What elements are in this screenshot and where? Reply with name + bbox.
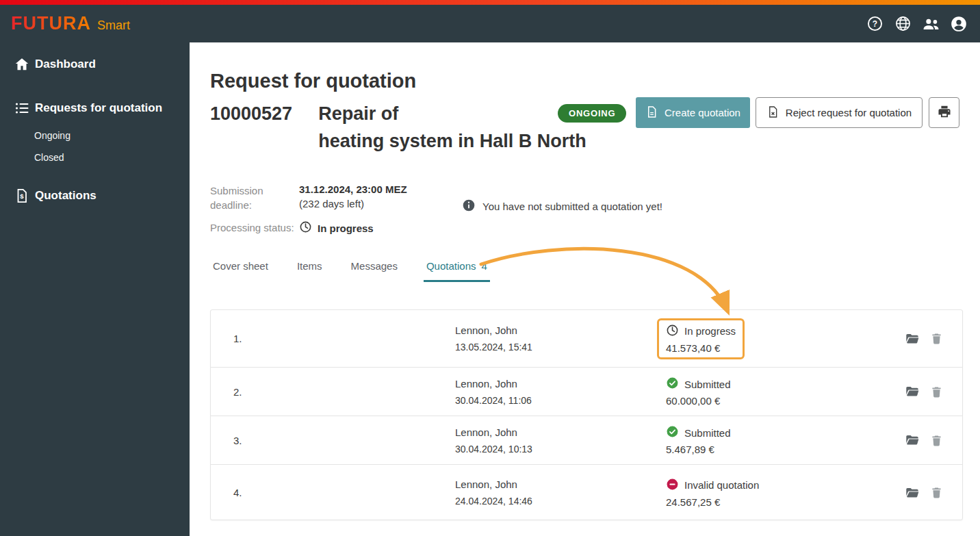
processing-status-value-block: In progress [299,220,374,235]
create-quotation-button[interactable]: Create quotation [636,97,750,128]
sidebar-item-label: Quotations [35,189,96,203]
quotation-author: Lennon, John [455,478,666,490]
print-button[interactable] [929,97,959,128]
tab-quotations-count: 4 [481,260,487,272]
brand-color-strip [0,0,980,5]
quotation-actions [904,384,943,399]
quotation-author: Lennon, John [455,324,666,336]
quotation-status-cell: Submitted 60.000,00 € [666,371,844,412]
quotation-status: In progress [684,325,736,337]
quotation-actions [904,331,943,346]
quotation-amount: 41.573,40 € [666,342,736,354]
quotation-index: 1. [211,333,455,344]
printer-icon [937,104,952,121]
svg-text:?: ? [872,19,877,29]
meta-block: Submission deadline: 31.12.2024, 23:00 M… [210,183,470,244]
quotation-actions [904,485,943,500]
quotation-actions [904,433,943,448]
sidebar-item-dashboard[interactable]: Dashboard [0,48,190,81]
quotation-status-cell: Invalid quotation 24.567,25 € [666,472,844,513]
delete-icon[interactable] [930,485,943,500]
status-badge: ONGOING [558,104,626,123]
quotation-person: Lennon, John 30.04.2024, 10:13 [455,426,666,455]
account-icon[interactable] [949,14,969,34]
quotation-status: Submitted [684,427,731,439]
brand-name: FUTURA [11,13,91,34]
user-group-icon[interactable] [920,14,941,34]
submission-deadline-value: 31.12.2024, 23:00 MEZ [299,183,407,195]
tab-quotations[interactable]: Quotations4 [424,253,490,282]
open-folder-icon[interactable] [904,433,920,448]
sidebar-item-ongoing[interactable]: Ongoing [0,125,190,146]
quotation-person: Lennon, John 24.04.2024, 14:46 [455,478,666,507]
quotation-author: Lennon, John [455,378,666,390]
brand-suffix: Smart [97,18,130,33]
sidebar: Dashboard Requests for quotation Ongoing… [0,42,190,536]
info-note: You have not submitted a quotation yet! [462,199,662,214]
svg-text:$: $ [20,192,24,200]
sidebar-item-requests[interactable]: Requests for quotation [0,92,190,125]
clock-icon [666,324,679,339]
quotation-row-2: 2. Lennon, John 30.04.2024, 11:06 Submit… [211,368,962,416]
minus-circle-icon [666,478,679,493]
open-folder-icon[interactable] [904,331,920,346]
quotation-amount: 5.467,89 € [666,444,731,455]
submission-deadline-label: Submission deadline: [210,183,299,212]
quotation-index: 3. [211,435,455,446]
tab-cover-sheet[interactable]: Cover sheet [210,253,271,282]
help-icon[interactable]: ? [864,14,885,34]
submission-deadline-value-block: 31.12.2024, 23:00 MEZ (232 days left) [299,183,407,212]
language-globe-icon[interactable] [892,14,913,34]
quotations-table: 1. Lennon, John 13.05.2024, 15:41 In pro… [210,309,963,520]
quotation-person: Lennon, John 13.05.2024, 15:41 [455,324,666,353]
tab-bar: Cover sheet Items Messages Quotations4 [210,253,490,282]
document-plus-icon [645,105,658,120]
quotation-status: Invalid quotation [684,479,759,491]
delete-icon[interactable] [930,331,943,346]
quotation-date: 13.05.2024, 15:41 [455,342,666,353]
app-header: FUTURA Smart ? [0,5,980,42]
info-note-text: You have not submitted a quotation yet! [482,201,662,212]
quotation-row-3: 3. Lennon, John 30.04.2024, 10:13 Submit… [211,416,962,465]
sidebar-item-quotations[interactable]: $ Quotations [0,179,190,212]
open-folder-icon[interactable] [904,384,920,399]
tab-items[interactable]: Items [294,253,325,282]
list-icon [14,100,30,116]
quotation-status-cell: In progress 41.573,40 € [666,318,844,359]
reject-request-label: Reject request for quotation [786,107,912,118]
quotation-status-cell: Submitted 5.467,89 € [666,420,844,461]
sidebar-item-label: Dashboard [35,58,96,71]
quotation-row-1: 1. Lennon, John 13.05.2024, 15:41 In pro… [211,310,962,368]
submission-deadline-row: Submission deadline: 31.12.2024, 23:00 M… [210,183,470,212]
delete-icon[interactable] [930,385,943,399]
delete-icon[interactable] [930,433,943,448]
document-x-icon [766,105,779,120]
reject-request-button[interactable]: Reject request for quotation [756,97,923,128]
quotation-index: 4. [211,487,455,498]
quotation-date: 30.04.2024, 11:06 [455,395,666,406]
quotation-date: 30.04.2024, 10:13 [455,444,666,455]
quotation-amount: 60.000,00 € [666,395,731,407]
quotation-amount: 24.567,25 € [666,496,759,508]
quotation-status: Submitted [684,379,731,390]
rfq-subject: Repair of heating system in Hall B North [318,100,586,155]
quotation-author: Lennon, John [455,426,666,438]
tab-messages[interactable]: Messages [348,253,400,282]
main-content: Request for quotation 10000527 Repair of… [190,42,980,536]
quotation-document-icon: $ [14,188,30,204]
app-logo: FUTURA Smart [11,13,130,34]
open-folder-icon[interactable] [904,485,920,500]
quotation-person: Lennon, John 30.04.2024, 11:06 [455,378,666,406]
home-icon [14,56,30,73]
check-circle-icon [666,425,679,440]
processing-status-row: Processing status: In progress [210,220,470,235]
processing-status-value: In progress [318,222,374,234]
header-icons: ? [864,14,969,34]
create-quotation-label: Create quotation [665,107,740,118]
days-left-note: (232 days left) [299,198,407,209]
annotation-highlight-box: In progress 41.573,40 € [657,318,745,359]
info-icon [462,199,476,214]
sidebar-item-closed[interactable]: Closed [0,146,190,168]
page-subtitle: 10000527 Repair of heating system in Hal… [210,100,586,155]
rfq-number: 10000527 [210,100,292,155]
